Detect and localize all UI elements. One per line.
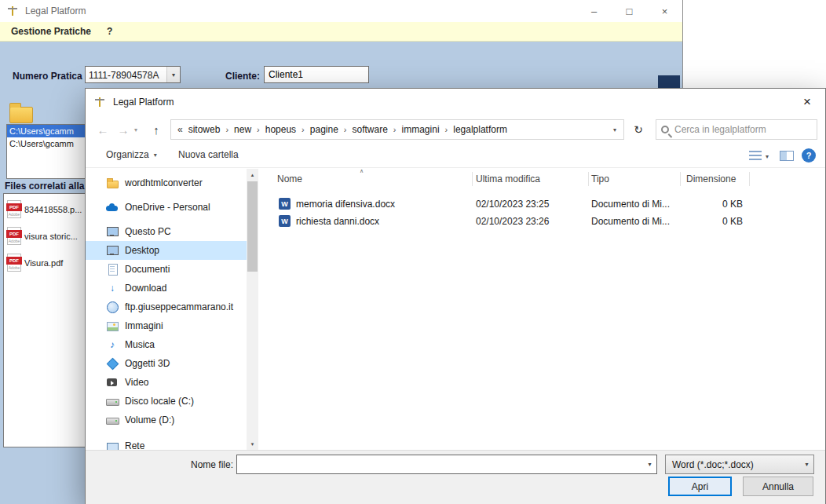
drive-icon bbox=[106, 414, 119, 426]
column-header-nome[interactable]: Nome bbox=[277, 173, 302, 184]
sidebar-item-musica[interactable]: ♪ Musica bbox=[86, 335, 247, 354]
cliente-field[interactable] bbox=[264, 66, 369, 83]
filename-input[interactable] bbox=[240, 457, 637, 472]
search-box[interactable] bbox=[656, 119, 817, 140]
sidebar-scrollbar[interactable]: ▲ ▼ bbox=[247, 169, 258, 450]
column-divider[interactable] bbox=[749, 172, 750, 186]
address-dropdown-icon[interactable]: ▾ bbox=[606, 120, 623, 139]
file-name[interactable]: memoria difensiva.docx bbox=[296, 199, 395, 210]
chevron-down-icon[interactable]: ▾ bbox=[643, 455, 656, 473]
view-dropdown-icon[interactable]: ▾ bbox=[766, 153, 769, 160]
menu-gestione-pratiche[interactable]: Gestione Pratiche bbox=[11, 26, 91, 37]
sort-ascending-icon: ∧ bbox=[360, 168, 364, 174]
objects-3d-icon bbox=[106, 357, 119, 370]
column-divider[interactable] bbox=[588, 172, 589, 186]
navigation-pane: wordhtmlconverter OneDrive - Personal Qu… bbox=[86, 169, 247, 450]
related-files-panel: PDF Adobe 834418558.p... PDF Adobe visur… bbox=[3, 193, 94, 447]
file-size: 0 KB bbox=[682, 199, 743, 210]
column-headers: ∧ Nome Ultima modifica Tipo Dimensione bbox=[258, 169, 825, 189]
recent-locations-icon[interactable]: ▾ bbox=[130, 120, 142, 139]
sidebar-item-oggetti-3d[interactable]: Oggetti 3D bbox=[86, 354, 247, 373]
open-button[interactable]: Apri bbox=[668, 477, 732, 496]
chevron-down-icon[interactable]: ▾ bbox=[800, 455, 813, 473]
sidebar-item-label: OneDrive - Personal bbox=[125, 202, 210, 213]
pdf-badge: PDF bbox=[6, 257, 22, 265]
chevron-down-icon[interactable]: ▾ bbox=[166, 67, 180, 82]
numero-pratica-combobox[interactable]: 1111-78904578A ▾ bbox=[85, 66, 181, 83]
nuova-cartella-button[interactable]: Nuova cartella bbox=[178, 149, 239, 160]
view-mode-icon[interactable] bbox=[749, 151, 762, 161]
computer-icon bbox=[106, 225, 119, 238]
filetype-value: Word (*.doc;*.docx) bbox=[672, 459, 754, 470]
pdf-file-name: visura storic... bbox=[24, 232, 78, 241]
table-row[interactable]: W memoria difensiva.docx 02/10/2023 23:2… bbox=[258, 195, 825, 213]
help-icon[interactable]: ? bbox=[802, 148, 816, 163]
breadcrumb-item[interactable]: software bbox=[353, 124, 388, 135]
search-input[interactable] bbox=[674, 124, 812, 135]
breadcrumb-separator-icon: › bbox=[393, 125, 397, 134]
sidebar-item-label: ftp.giuseppecammarano.it bbox=[125, 301, 233, 312]
sidebar-item-video[interactable]: Video bbox=[86, 373, 247, 392]
cancel-button[interactable]: Annulla bbox=[743, 477, 813, 496]
menu-help[interactable]: ? bbox=[107, 26, 112, 37]
up-button[interactable]: ↑ bbox=[147, 120, 166, 139]
back-button[interactable]: ← bbox=[93, 120, 112, 139]
sidebar-item-volume-d[interactable]: Volume (D:) bbox=[86, 411, 247, 429]
column-divider[interactable] bbox=[472, 172, 473, 186]
scroll-up-icon[interactable]: ▲ bbox=[247, 169, 258, 181]
path-item-selected[interactable]: C:\Users\gcamm bbox=[7, 125, 93, 137]
pdf-file-icon: PDF Adobe bbox=[7, 254, 21, 272]
sidebar-item-documenti[interactable]: Documenti bbox=[86, 260, 247, 279]
breadcrumb-separator-icon: › bbox=[257, 125, 260, 134]
refresh-button[interactable]: ↻ bbox=[629, 120, 648, 139]
sidebar-item-wordhtmlconverter[interactable]: wordhtmlconverter bbox=[86, 173, 247, 192]
column-header-dimensione[interactable]: Dimensione bbox=[686, 173, 736, 184]
desktop-icon bbox=[106, 244, 119, 257]
list-item[interactable]: PDF Adobe visura storic... bbox=[7, 227, 90, 245]
breadcrumb-item[interactable]: hopeus bbox=[265, 124, 296, 135]
sidebar-item-desktop[interactable]: Desktop bbox=[86, 241, 247, 260]
organizza-button[interactable]: Organizza ▾ bbox=[106, 149, 157, 160]
folder-icon[interactable] bbox=[9, 107, 33, 123]
breadcrumb-separator-icon: › bbox=[445, 125, 448, 134]
breadcrumb-item[interactable]: pagine bbox=[310, 124, 338, 135]
column-header-tipo[interactable]: Tipo bbox=[591, 173, 609, 184]
chevron-down-icon: ▾ bbox=[154, 152, 157, 159]
close-button[interactable]: × bbox=[647, 0, 682, 22]
sidebar-item-label: Rete bbox=[125, 440, 144, 450]
breadcrumb-item[interactable]: immagini bbox=[402, 124, 440, 135]
table-row[interactable]: W richiesta danni.docx 02/10/2023 23:26 … bbox=[258, 213, 825, 230]
breadcrumb-overflow-icon[interactable]: « bbox=[177, 124, 183, 135]
preview-pane-icon[interactable] bbox=[780, 151, 794, 161]
breadcrumb-item[interactable]: legalplatform bbox=[453, 124, 507, 135]
breadcrumb[interactable]: « sitoweb › new › hopeus › pagine › soft… bbox=[170, 119, 624, 140]
scrollbar-thumb[interactable] bbox=[247, 181, 258, 272]
filetype-combobox[interactable]: Word (*.doc;*.docx) ▾ bbox=[665, 455, 814, 474]
list-item[interactable]: PDF Adobe Visura.pdf bbox=[7, 254, 90, 272]
breadcrumb-separator-icon: › bbox=[302, 125, 305, 134]
sidebar-item-disco-locale[interactable]: Disco locale (C:) bbox=[86, 392, 247, 411]
sidebar-item-immagini[interactable]: Immagini bbox=[86, 316, 247, 335]
dialog-titlebar[interactable]: Legal Platform bbox=[86, 89, 825, 115]
minimize-button[interactable]: – bbox=[576, 0, 612, 22]
breadcrumb-item[interactable]: new bbox=[234, 124, 251, 135]
column-divider[interactable] bbox=[680, 172, 681, 186]
dialog-close-button[interactable]: × bbox=[795, 92, 819, 112]
sidebar-item-rete[interactable]: Rete bbox=[86, 436, 247, 450]
file-name[interactable]: richiesta danni.docx bbox=[296, 216, 379, 227]
app-icon bbox=[6, 5, 19, 17]
list-item[interactable]: PDF Adobe 834418558.p... bbox=[7, 200, 90, 218]
sidebar-item-download[interactable]: ↓ Download bbox=[86, 279, 247, 298]
path-listbox[interactable]: C:\Users\gcamm C:\Users\gcamm bbox=[6, 124, 94, 179]
scroll-down-icon[interactable]: ▼ bbox=[247, 438, 258, 450]
sidebar-item-ftp[interactable]: ftp.giuseppecammarano.it bbox=[86, 298, 247, 316]
breadcrumb-item[interactable]: sitoweb bbox=[188, 124, 221, 135]
related-files-label: Files correlati alla bbox=[5, 181, 84, 192]
sidebar-item-questo-pc[interactable]: Questo PC bbox=[86, 222, 247, 241]
path-item[interactable]: C:\Users\gcamm bbox=[7, 137, 93, 150]
pdf-file-name: Visura.pdf bbox=[24, 258, 63, 268]
filename-combobox[interactable]: ▾ bbox=[236, 455, 657, 474]
column-header-ultima-modifica[interactable]: Ultima modifica bbox=[476, 173, 540, 184]
sidebar-item-onedrive[interactable]: OneDrive - Personal bbox=[86, 198, 247, 217]
maximize-button[interactable]: □ bbox=[612, 0, 647, 22]
